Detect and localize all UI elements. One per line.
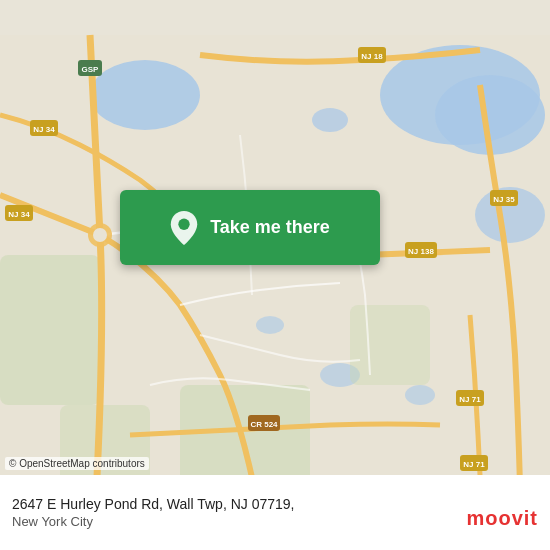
svg-text:NJ 18: NJ 18 <box>361 52 383 61</box>
take-me-there-button[interactable]: Take me there <box>120 190 380 265</box>
svg-text:NJ 34: NJ 34 <box>8 210 30 219</box>
svg-text:NJ 71: NJ 71 <box>459 395 481 404</box>
svg-rect-9 <box>0 255 100 405</box>
svg-point-5 <box>312 108 348 132</box>
svg-text:GSP: GSP <box>82 65 100 74</box>
svg-text:NJ 71: NJ 71 <box>463 460 485 469</box>
moovit-logo: moovit <box>466 507 538 530</box>
svg-text:CR 524: CR 524 <box>250 420 278 429</box>
map-pin-icon <box>170 211 198 245</box>
svg-point-34 <box>178 218 189 229</box>
address-line1: 2647 E Hurley Pond Rd, Wall Twp, NJ 0771… <box>12 496 538 512</box>
address-line2: New York City <box>12 514 538 529</box>
svg-point-14 <box>93 228 107 242</box>
openstreetmap-credit: © OpenStreetMap contributors <box>5 457 149 470</box>
svg-text:NJ 34: NJ 34 <box>33 125 55 134</box>
svg-point-8 <box>405 385 435 405</box>
main-container: GSP NJ 18 NJ 34 NJ 34 NJ 35 NJ 138 NJ 71… <box>0 0 550 550</box>
svg-rect-12 <box>350 305 430 385</box>
svg-text:NJ 138: NJ 138 <box>408 247 434 256</box>
svg-point-6 <box>256 316 284 334</box>
svg-point-1 <box>90 60 200 130</box>
take-me-there-label: Take me there <box>210 217 330 238</box>
svg-text:NJ 35: NJ 35 <box>493 195 515 204</box>
